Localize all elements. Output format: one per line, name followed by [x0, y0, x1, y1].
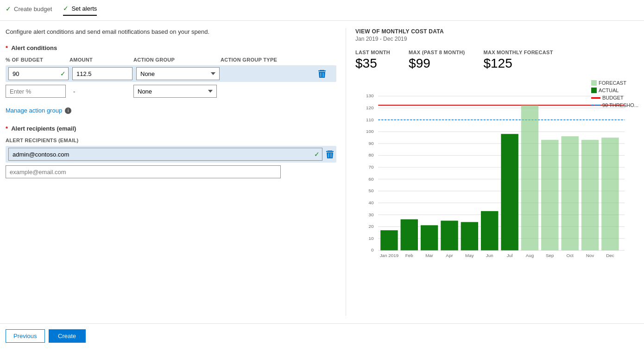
manage-action-group-label: Manage action group [6, 107, 62, 114]
required-star: * [6, 44, 8, 51]
svg-text:50: 50 [368, 188, 373, 193]
left-panel: Configure alert conditions and send emai… [6, 28, 346, 316]
alert-recipients-title: * Alert recipients (email) [6, 125, 336, 132]
svg-text:130: 130 [366, 93, 374, 98]
email-check-icon-1: ✓ [314, 151, 320, 158]
stat-max-past: Max (past 8 month) $99 [409, 50, 465, 71]
legend-forecast: FORECAST [591, 80, 638, 86]
chart-legend: FORECAST ACTUAL BUDGET 90 THRESHO... [591, 80, 638, 108]
bar-jun [481, 211, 498, 251]
col-delete [308, 57, 331, 63]
svg-text:Dec: Dec [606, 253, 614, 258]
alert-recipients-section: * Alert recipients (email) Alert recipie… [6, 125, 336, 178]
svg-text:Jul: Jul [507, 253, 513, 258]
delete-row-1-button[interactable] [310, 69, 334, 78]
stat-last-month-value: $35 [355, 56, 390, 71]
svg-text:Jan 2019: Jan 2019 [380, 253, 399, 258]
email-placeholder-row [6, 165, 281, 178]
bar-chart-svg: 0 10 20 30 40 50 60 70 8 [355, 80, 638, 265]
stat-max-past-label: Max (past 8 month) [409, 50, 465, 55]
stats-row: Last month $35 Max (past 8 month) $99 Ma… [355, 50, 638, 71]
bar-jul [501, 134, 518, 250]
svg-text:70: 70 [368, 164, 373, 170]
trash-icon-1 [318, 69, 326, 78]
email-input-placeholder[interactable] [6, 165, 281, 178]
svg-text:60: 60 [368, 176, 373, 182]
svg-text:80: 80 [368, 153, 373, 158]
bar-sep [541, 140, 558, 250]
pct-input-wrapper-1: ✓ [8, 67, 69, 80]
legend-budget-swatch [591, 97, 600, 99]
svg-text:20: 20 [368, 224, 373, 229]
check-icon-set-alerts: ✓ [63, 5, 69, 12]
nav-set-alerts-label: Set alerts [71, 5, 97, 12]
alert-conditions-section: * Alert conditions % of budget Amount Ac… [6, 44, 336, 98]
bar-jan [380, 230, 398, 250]
manage-action-group-link[interactable]: Manage action group i [6, 107, 336, 114]
action-group-select-empty[interactable]: None [133, 85, 217, 98]
svg-text:110: 110 [366, 117, 374, 122]
svg-text:Jun: Jun [486, 253, 493, 258]
bar-oct [561, 136, 578, 250]
email-row-1: ✓ [6, 146, 336, 163]
x-axis: Jan 2019 Feb Mar Apr May Jun Jul Aug Sep… [380, 253, 614, 258]
svg-text:90: 90 [368, 141, 373, 146]
delete-email-1-button[interactable] [326, 150, 334, 158]
svg-text:Mar: Mar [425, 253, 434, 258]
chart-area: FORECAST ACTUAL BUDGET 90 THRESHO... [355, 80, 638, 275]
bar-nov [581, 140, 599, 250]
legend-budget: BUDGET [591, 95, 638, 100]
svg-text:10: 10 [368, 236, 373, 241]
legend-forecast-swatch [591, 80, 597, 86]
trash-icon-email-1 [326, 150, 334, 158]
bar-apr [441, 220, 458, 250]
create-button[interactable]: Create [49, 329, 86, 343]
bar-dec [601, 138, 619, 250]
legend-actual-label: ACTUAL [599, 88, 619, 93]
required-star-2: * [6, 125, 8, 132]
nav-set-alerts[interactable]: ✓ Set alerts [63, 5, 97, 16]
bar-mar [421, 225, 438, 250]
alert-condition-row-1: ✓ None [6, 65, 336, 82]
alert-condition-row-empty: - None [6, 85, 336, 98]
email-input-1[interactable] [8, 148, 322, 161]
alert-conditions-title: * Alert conditions [6, 44, 336, 51]
svg-text:120: 120 [366, 105, 374, 110]
previous-button[interactable]: Previous [6, 329, 45, 343]
recipients-col-email: Alert recipients (email) [6, 138, 79, 143]
legend-forecast-label: FORECAST [599, 80, 626, 86]
chart-title: VIEW OF MONTHLY COST DATA [355, 28, 638, 35]
stat-max-forecast-value: $125 [483, 56, 553, 71]
main-content: Configure alert conditions and send emai… [0, 21, 644, 323]
stat-max-past-value: $99 [409, 56, 465, 71]
legend-budget-label: BUDGET [602, 95, 624, 100]
amount-input-1[interactable] [72, 67, 133, 80]
manage-action-group-info-icon[interactable]: i [65, 107, 71, 114]
chart-subtitle: Jan 2019 - Dec 2019 [355, 36, 638, 42]
col-action-group-type: Action group type [221, 57, 304, 63]
bar-may [461, 222, 478, 250]
svg-text:Apr: Apr [446, 253, 453, 258]
bar-feb [401, 220, 418, 251]
stat-max-forecast: Max monthly forecast $125 [483, 50, 553, 71]
stat-max-forecast-label: Max monthly forecast [483, 50, 553, 55]
bar-aug [521, 105, 538, 250]
svg-text:Aug: Aug [526, 253, 534, 258]
pct-input-empty[interactable] [6, 85, 66, 98]
amount-empty: - [69, 86, 130, 97]
svg-text:40: 40 [368, 200, 373, 205]
pct-input-1[interactable] [8, 67, 69, 80]
legend-threshold: 90 THRESHO... [591, 102, 638, 108]
nav-create-budget[interactable]: ✓ Create budget [6, 5, 52, 15]
pct-check-icon-1: ✓ [60, 70, 66, 77]
legend-actual: ACTUAL [591, 88, 638, 93]
legend-actual-swatch [591, 88, 597, 93]
svg-text:30: 30 [368, 212, 373, 217]
col-pct-budget: % of budget [6, 57, 66, 63]
legend-threshold-swatch [591, 105, 600, 106]
legend-threshold-label: 90 THRESHO... [602, 102, 638, 108]
right-panel: VIEW OF MONTHLY COST DATA Jan 2019 - Dec… [346, 28, 638, 316]
email-input-wrapper-1: ✓ [8, 148, 322, 161]
alert-conditions-header: % of budget Amount Action group Action g… [6, 57, 336, 63]
action-group-select-1[interactable]: None [136, 67, 220, 80]
